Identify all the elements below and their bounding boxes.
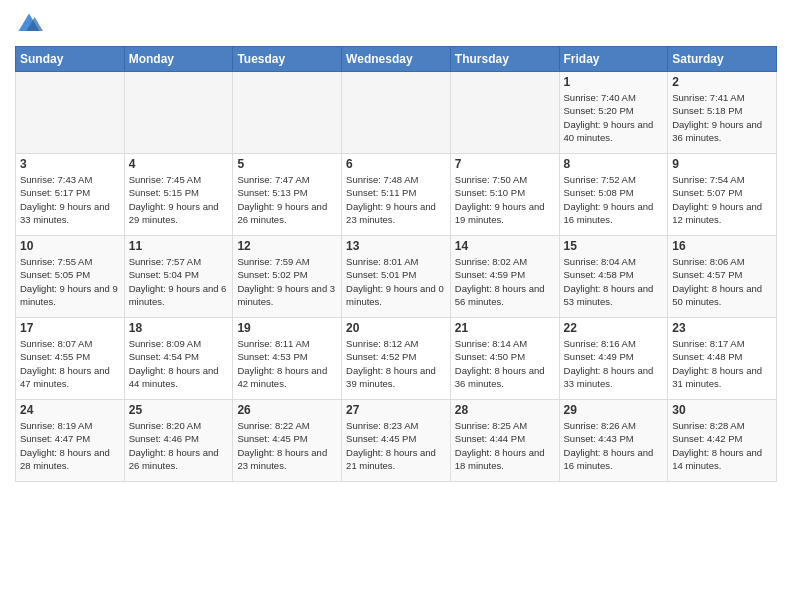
weekday-header-saturday: Saturday <box>668 47 777 72</box>
calendar-cell: 2Sunrise: 7:41 AM Sunset: 5:18 PM Daylig… <box>668 72 777 154</box>
calendar-cell: 10Sunrise: 7:55 AM Sunset: 5:05 PM Dayli… <box>16 236 125 318</box>
day-number: 3 <box>20 157 120 171</box>
calendar-week-2: 3Sunrise: 7:43 AM Sunset: 5:17 PM Daylig… <box>16 154 777 236</box>
day-info: Sunrise: 8:09 AM Sunset: 4:54 PM Dayligh… <box>129 337 229 390</box>
calendar-cell: 23Sunrise: 8:17 AM Sunset: 4:48 PM Dayli… <box>668 318 777 400</box>
day-number: 12 <box>237 239 337 253</box>
day-info: Sunrise: 8:25 AM Sunset: 4:44 PM Dayligh… <box>455 419 555 472</box>
weekday-header-wednesday: Wednesday <box>342 47 451 72</box>
calendar-cell: 6Sunrise: 7:48 AM Sunset: 5:11 PM Daylig… <box>342 154 451 236</box>
calendar-cell: 19Sunrise: 8:11 AM Sunset: 4:53 PM Dayli… <box>233 318 342 400</box>
day-info: Sunrise: 8:23 AM Sunset: 4:45 PM Dayligh… <box>346 419 446 472</box>
day-info: Sunrise: 7:52 AM Sunset: 5:08 PM Dayligh… <box>564 173 664 226</box>
day-number: 23 <box>672 321 772 335</box>
calendar-cell: 25Sunrise: 8:20 AM Sunset: 4:46 PM Dayli… <box>124 400 233 482</box>
calendar-cell: 9Sunrise: 7:54 AM Sunset: 5:07 PM Daylig… <box>668 154 777 236</box>
weekday-header-sunday: Sunday <box>16 47 125 72</box>
day-info: Sunrise: 8:04 AM Sunset: 4:58 PM Dayligh… <box>564 255 664 308</box>
calendar-cell: 29Sunrise: 8:26 AM Sunset: 4:43 PM Dayli… <box>559 400 668 482</box>
calendar-cell <box>124 72 233 154</box>
calendar-week-3: 10Sunrise: 7:55 AM Sunset: 5:05 PM Dayli… <box>16 236 777 318</box>
weekday-header-tuesday: Tuesday <box>233 47 342 72</box>
calendar-cell: 22Sunrise: 8:16 AM Sunset: 4:49 PM Dayli… <box>559 318 668 400</box>
day-number: 19 <box>237 321 337 335</box>
day-number: 2 <box>672 75 772 89</box>
calendar-cell <box>450 72 559 154</box>
calendar-cell: 17Sunrise: 8:07 AM Sunset: 4:55 PM Dayli… <box>16 318 125 400</box>
calendar-cell: 28Sunrise: 8:25 AM Sunset: 4:44 PM Dayli… <box>450 400 559 482</box>
calendar-cell: 13Sunrise: 8:01 AM Sunset: 5:01 PM Dayli… <box>342 236 451 318</box>
calendar-cell: 15Sunrise: 8:04 AM Sunset: 4:58 PM Dayli… <box>559 236 668 318</box>
day-info: Sunrise: 8:17 AM Sunset: 4:48 PM Dayligh… <box>672 337 772 390</box>
day-info: Sunrise: 7:50 AM Sunset: 5:10 PM Dayligh… <box>455 173 555 226</box>
weekday-header-row: SundayMondayTuesdayWednesdayThursdayFrid… <box>16 47 777 72</box>
calendar-cell: 24Sunrise: 8:19 AM Sunset: 4:47 PM Dayli… <box>16 400 125 482</box>
day-number: 26 <box>237 403 337 417</box>
day-number: 15 <box>564 239 664 253</box>
calendar-cell: 18Sunrise: 8:09 AM Sunset: 4:54 PM Dayli… <box>124 318 233 400</box>
day-info: Sunrise: 8:01 AM Sunset: 5:01 PM Dayligh… <box>346 255 446 308</box>
day-info: Sunrise: 8:22 AM Sunset: 4:45 PM Dayligh… <box>237 419 337 472</box>
day-info: Sunrise: 8:19 AM Sunset: 4:47 PM Dayligh… <box>20 419 120 472</box>
day-info: Sunrise: 8:26 AM Sunset: 4:43 PM Dayligh… <box>564 419 664 472</box>
day-number: 18 <box>129 321 229 335</box>
day-info: Sunrise: 7:40 AM Sunset: 5:20 PM Dayligh… <box>564 91 664 144</box>
calendar-cell: 16Sunrise: 8:06 AM Sunset: 4:57 PM Dayli… <box>668 236 777 318</box>
day-info: Sunrise: 8:07 AM Sunset: 4:55 PM Dayligh… <box>20 337 120 390</box>
day-number: 4 <box>129 157 229 171</box>
calendar-cell: 3Sunrise: 7:43 AM Sunset: 5:17 PM Daylig… <box>16 154 125 236</box>
calendar-cell: 12Sunrise: 7:59 AM Sunset: 5:02 PM Dayli… <box>233 236 342 318</box>
calendar-cell: 11Sunrise: 7:57 AM Sunset: 5:04 PM Dayli… <box>124 236 233 318</box>
day-info: Sunrise: 8:06 AM Sunset: 4:57 PM Dayligh… <box>672 255 772 308</box>
day-info: Sunrise: 7:47 AM Sunset: 5:13 PM Dayligh… <box>237 173 337 226</box>
calendar-week-1: 1Sunrise: 7:40 AM Sunset: 5:20 PM Daylig… <box>16 72 777 154</box>
calendar-cell <box>342 72 451 154</box>
day-info: Sunrise: 8:11 AM Sunset: 4:53 PM Dayligh… <box>237 337 337 390</box>
calendar-cell: 26Sunrise: 8:22 AM Sunset: 4:45 PM Dayli… <box>233 400 342 482</box>
weekday-header-thursday: Thursday <box>450 47 559 72</box>
day-number: 28 <box>455 403 555 417</box>
day-number: 5 <box>237 157 337 171</box>
header <box>15 10 777 38</box>
calendar-cell: 27Sunrise: 8:23 AM Sunset: 4:45 PM Dayli… <box>342 400 451 482</box>
day-number: 21 <box>455 321 555 335</box>
day-info: Sunrise: 7:48 AM Sunset: 5:11 PM Dayligh… <box>346 173 446 226</box>
calendar-cell: 14Sunrise: 8:02 AM Sunset: 4:59 PM Dayli… <box>450 236 559 318</box>
day-info: Sunrise: 7:54 AM Sunset: 5:07 PM Dayligh… <box>672 173 772 226</box>
day-number: 11 <box>129 239 229 253</box>
day-info: Sunrise: 7:55 AM Sunset: 5:05 PM Dayligh… <box>20 255 120 308</box>
day-number: 7 <box>455 157 555 171</box>
day-number: 9 <box>672 157 772 171</box>
day-number: 13 <box>346 239 446 253</box>
calendar-cell: 4Sunrise: 7:45 AM Sunset: 5:15 PM Daylig… <box>124 154 233 236</box>
calendar-cell: 5Sunrise: 7:47 AM Sunset: 5:13 PM Daylig… <box>233 154 342 236</box>
day-number: 16 <box>672 239 772 253</box>
day-number: 30 <box>672 403 772 417</box>
day-info: Sunrise: 8:14 AM Sunset: 4:50 PM Dayligh… <box>455 337 555 390</box>
day-info: Sunrise: 7:43 AM Sunset: 5:17 PM Dayligh… <box>20 173 120 226</box>
logo <box>15 10 47 38</box>
day-number: 14 <box>455 239 555 253</box>
day-number: 25 <box>129 403 229 417</box>
day-number: 1 <box>564 75 664 89</box>
day-info: Sunrise: 8:02 AM Sunset: 4:59 PM Dayligh… <box>455 255 555 308</box>
day-number: 6 <box>346 157 446 171</box>
calendar-week-5: 24Sunrise: 8:19 AM Sunset: 4:47 PM Dayli… <box>16 400 777 482</box>
day-number: 8 <box>564 157 664 171</box>
calendar-week-4: 17Sunrise: 8:07 AM Sunset: 4:55 PM Dayli… <box>16 318 777 400</box>
day-info: Sunrise: 7:59 AM Sunset: 5:02 PM Dayligh… <box>237 255 337 308</box>
calendar-cell: 20Sunrise: 8:12 AM Sunset: 4:52 PM Dayli… <box>342 318 451 400</box>
day-number: 22 <box>564 321 664 335</box>
weekday-header-monday: Monday <box>124 47 233 72</box>
calendar-cell: 1Sunrise: 7:40 AM Sunset: 5:20 PM Daylig… <box>559 72 668 154</box>
day-info: Sunrise: 7:41 AM Sunset: 5:18 PM Dayligh… <box>672 91 772 144</box>
weekday-header-friday: Friday <box>559 47 668 72</box>
calendar-cell <box>16 72 125 154</box>
day-number: 17 <box>20 321 120 335</box>
logo-icon <box>15 10 43 38</box>
calendar: SundayMondayTuesdayWednesdayThursdayFrid… <box>15 46 777 482</box>
day-info: Sunrise: 8:16 AM Sunset: 4:49 PM Dayligh… <box>564 337 664 390</box>
day-info: Sunrise: 7:57 AM Sunset: 5:04 PM Dayligh… <box>129 255 229 308</box>
calendar-cell: 21Sunrise: 8:14 AM Sunset: 4:50 PM Dayli… <box>450 318 559 400</box>
day-number: 20 <box>346 321 446 335</box>
